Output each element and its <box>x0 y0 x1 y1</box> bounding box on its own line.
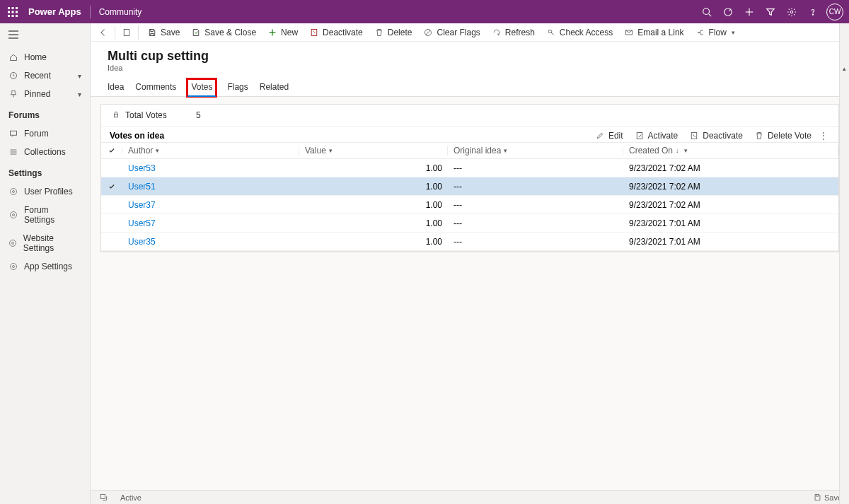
sidenav-item-pinned[interactable]: Pinned ▾ <box>0 85 90 103</box>
svg-rect-5 <box>16 11 18 13</box>
tab-related[interactable]: Related <box>260 79 289 96</box>
col-author[interactable]: Author▾ <box>122 146 299 156</box>
entity-subtitle: Idea <box>108 64 832 72</box>
col-value[interactable]: Value▾ <box>299 146 448 156</box>
cell-value: 1.00 <box>299 163 448 173</box>
user-avatar[interactable]: CW <box>826 4 843 20</box>
activate-icon <box>635 131 645 141</box>
clear-flags-icon <box>423 28 433 37</box>
svg-rect-32 <box>124 29 129 35</box>
sidenav-item-forum[interactable]: Forum <box>0 124 90 143</box>
scroll-up-icon[interactable]: ▴ <box>841 65 848 72</box>
cmd-save[interactable]: Save <box>142 24 185 41</box>
tab-comments[interactable]: Comments <box>135 79 176 96</box>
subgrid-more-icon[interactable]: ⋮ <box>817 131 830 141</box>
sidenav-label: Home <box>24 52 47 62</box>
app-name: Power Apps <box>28 6 81 17</box>
author-link[interactable]: User57 <box>128 218 156 228</box>
sidenav-item-home[interactable]: Home <box>0 48 90 66</box>
gear-icon <box>8 210 18 220</box>
filter-icon[interactable] <box>760 1 781 23</box>
col-select[interactable] <box>101 147 122 154</box>
table-row[interactable]: User531.00---9/23/2021 7:02 AM <box>101 159 838 177</box>
svg-rect-45 <box>100 494 105 498</box>
author-link[interactable]: User37 <box>128 200 156 210</box>
gear-icon <box>8 238 18 248</box>
col-label: Author <box>128 146 153 156</box>
cell-value: 1.00 <box>299 237 448 247</box>
subgrid-activate-button[interactable]: Activate <box>629 131 684 141</box>
target-icon[interactable] <box>717 1 739 23</box>
gear-icon[interactable] <box>781 1 802 23</box>
col-original-idea[interactable]: Original idea▾ <box>448 146 623 156</box>
area-name[interactable]: Community <box>99 7 142 17</box>
cmd-new[interactable]: New <box>262 24 304 41</box>
cmd-label: Deactivate <box>323 28 363 37</box>
back-icon[interactable] <box>95 24 112 41</box>
svg-point-25 <box>11 189 17 195</box>
action-label: Delete Vote <box>768 131 812 141</box>
subgrid-deactivate-button[interactable]: Deactivate <box>683 131 749 141</box>
help-icon[interactable] <box>802 1 824 23</box>
search-icon[interactable] <box>696 1 717 23</box>
cmd-label: Save & Close <box>204 28 256 37</box>
cmd-check-access[interactable]: Check Access <box>541 24 618 41</box>
cmd-label: Delete <box>388 28 412 37</box>
scrollbar-track[interactable]: ▴ <box>839 23 849 504</box>
cmd-email-link[interactable]: Email a Link <box>618 24 689 41</box>
table-row[interactable]: User371.00---9/23/2021 7:02 AM <box>101 196 838 214</box>
action-label: Activate <box>648 131 678 141</box>
table-row[interactable]: User511.00---9/23/2021 7:02 AM <box>101 177 838 196</box>
subgrid-delete-button[interactable]: Delete Vote <box>749 131 817 141</box>
cmd-refresh[interactable]: Refresh <box>486 24 541 41</box>
col-label: Original idea <box>454 146 501 156</box>
app-launcher-icon[interactable] <box>6 5 20 19</box>
cmd-flow[interactable]: Flow ▾ <box>690 24 741 41</box>
trash-icon <box>754 131 764 141</box>
sidenav-label: Forum Settings <box>24 205 81 225</box>
svg-point-26 <box>12 214 14 216</box>
tab-idea[interactable]: Idea <box>108 79 124 96</box>
votes-grid: Author▾ Value▾ Original idea▾ Created On… <box>101 142 838 251</box>
tab-flags[interactable]: Flags <box>227 79 248 96</box>
sidenav-item-website-settings[interactable]: Website Settings <box>0 229 90 257</box>
status-text: Active <box>120 493 142 502</box>
col-label: Created On <box>629 146 673 156</box>
table-row[interactable]: User351.00---9/23/2021 7:01 AM <box>101 233 838 251</box>
cmd-deactivate[interactable]: Deactivate <box>304 24 369 41</box>
deactivate-icon <box>309 28 319 37</box>
sidenav-group-forums: Forums <box>0 103 90 124</box>
author-link[interactable]: User35 <box>128 237 156 247</box>
sidenav-item-forum-settings[interactable]: Forum Settings <box>0 201 90 229</box>
cmd-delete[interactable]: Delete <box>369 24 418 41</box>
table-row[interactable]: User571.00---9/23/2021 7:01 AM <box>101 214 838 233</box>
tab-votes[interactable]: Votes <box>187 79 216 96</box>
save-close-icon <box>191 28 201 37</box>
col-created-on[interactable]: Created On↓ ▾ <box>623 146 838 156</box>
sidenav-item-recent[interactable]: Recent ▾ <box>0 66 90 85</box>
subgrid-edit-button[interactable]: Edit <box>589 131 629 141</box>
cmd-clear-flags[interactable]: Clear Flags <box>417 24 485 41</box>
status-save-button[interactable]: Save <box>814 493 842 502</box>
sidenav-label: Forum <box>24 129 49 139</box>
mail-icon <box>624 28 634 37</box>
row-checkbox[interactable] <box>101 183 122 190</box>
add-icon[interactable] <box>739 1 760 23</box>
author-link[interactable]: User53 <box>128 163 156 173</box>
sidenav-item-app-settings[interactable]: App Settings <box>0 257 90 276</box>
cmd-save-close[interactable]: Save & Close <box>185 24 262 41</box>
sidenav-label: App Settings <box>24 262 72 271</box>
deactivate-icon <box>689 131 699 141</box>
svg-rect-8 <box>16 15 18 17</box>
sidenav-item-collections[interactable]: Collections <box>0 143 90 161</box>
cell-created-on: 9/23/2021 7:01 AM <box>623 237 838 247</box>
form-selector-icon[interactable] <box>118 24 135 41</box>
global-header: Power Apps Community CW <box>0 0 849 23</box>
popout-icon[interactable] <box>98 493 109 501</box>
sidenav-toggle-icon[interactable] <box>0 23 90 48</box>
author-link[interactable]: User51 <box>128 182 156 192</box>
sidenav-group-settings: Settings <box>0 161 90 182</box>
cmd-label: Clear Flags <box>437 28 480 37</box>
subgrid-header: Votes on idea Edit Activate Deactivate D… <box>101 126 838 142</box>
sidenav-item-user-profiles[interactable]: User Profiles <box>0 182 90 201</box>
